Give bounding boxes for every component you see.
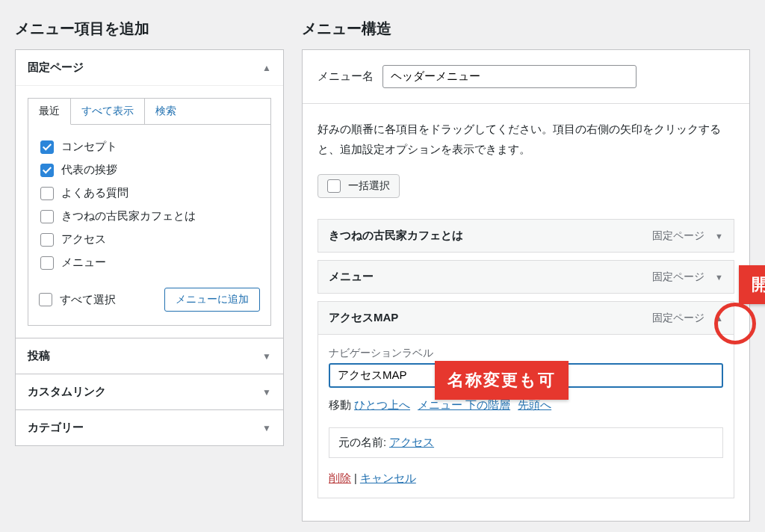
- page-label[interactable]: アクセス: [61, 232, 106, 247]
- separator: |: [354, 472, 360, 484]
- divider: [303, 103, 749, 104]
- annotation-rename-sticker: 名称変更も可: [435, 361, 569, 400]
- accordion-categories-head[interactable]: カテゴリー ▼: [16, 409, 283, 445]
- list-item: メニュー: [39, 251, 260, 274]
- chevron-up-icon: ▲: [715, 314, 723, 323]
- original-label: 元の名前:: [338, 436, 386, 448]
- page-label[interactable]: 代表の挨拶: [61, 163, 117, 177]
- page-checkbox[interactable]: [40, 256, 54, 270]
- tab-search[interactable]: 検索: [145, 99, 270, 125]
- accordion-categories-title: カテゴリー: [28, 421, 84, 435]
- page-label[interactable]: きつねの古民家カフェとは: [61, 209, 196, 223]
- accordion-posts-head[interactable]: 投稿 ▼: [16, 338, 283, 374]
- accordion-customlinks-head[interactable]: カスタムリンク ▼: [16, 374, 283, 409]
- page-label[interactable]: メニュー: [61, 256, 106, 270]
- select-all-checkbox[interactable]: [39, 293, 52, 306]
- menu-item-title: アクセスMAP: [329, 311, 398, 325]
- accordion-pages-head[interactable]: 固定ページ ▲: [16, 50, 283, 85]
- select-all-label[interactable]: すべて選択: [60, 293, 116, 307]
- pages-list: コンセプト 代表の挨拶 よくある質問 きつねの古民家カフェとは: [28, 125, 271, 326]
- menu-item-title: メニュー: [329, 270, 374, 284]
- page-checkbox[interactable]: [40, 140, 54, 154]
- nav-label-caption: ナビゲーションラベル: [329, 347, 723, 360]
- page-label[interactable]: コンセプト: [61, 140, 117, 154]
- page-checkbox[interactable]: [40, 187, 54, 200]
- delete-row: 削除 | キャンセル: [329, 471, 723, 486]
- chevron-down-icon: ▼: [715, 273, 723, 282]
- accordion-container: 固定ページ ▲ 最近 すべて表示 検索 コンセプト 代表の挨拶: [15, 49, 284, 446]
- menu-item-type: 固定ページ: [652, 229, 704, 243]
- list-item: アクセス: [39, 228, 260, 251]
- list-item: コンセプト: [39, 135, 260, 158]
- tab-recent[interactable]: 最近: [28, 99, 71, 125]
- add-to-menu-button[interactable]: メニューに追加: [164, 288, 260, 312]
- menu-item-type: 固定ページ: [652, 270, 704, 284]
- accordion-posts-title: 投稿: [28, 349, 50, 363]
- help-text: 好みの順番に各項目をドラッグしてください。項目の右側の矢印をクリックすると、追加…: [318, 119, 734, 159]
- move-label: 移動: [329, 399, 351, 411]
- menu-item[interactable]: きつねの古民家カフェとは 固定ページ ▼: [318, 219, 734, 253]
- chevron-down-icon: ▼: [262, 351, 271, 362]
- menu-structure-column: メニュー構造 メニュー名 好みの順番に各項目をドラッグしてください。項目の右側の…: [302, 0, 750, 522]
- menu-item-head[interactable]: きつねの古民家カフェとは 固定ページ ▼: [318, 220, 734, 252]
- delete-link[interactable]: 削除: [329, 472, 351, 484]
- menu-name-row: メニュー名: [318, 65, 734, 88]
- cancel-link[interactable]: キャンセル: [360, 472, 416, 484]
- bulk-select-label: 一括選択: [348, 179, 390, 193]
- menu-item-head[interactable]: メニュー 固定ページ ▼: [318, 261, 734, 293]
- annotation-open-sticker: 開く: [739, 265, 765, 304]
- chevron-down-icon: ▼: [262, 423, 271, 433]
- menu-name-label: メニュー名: [318, 69, 374, 84]
- bulk-select-checkbox[interactable]: [327, 179, 341, 193]
- page-checkbox[interactable]: [40, 164, 54, 177]
- move-top-link[interactable]: 先頭へ: [518, 399, 551, 411]
- original-link[interactable]: アクセス: [389, 436, 434, 448]
- pages-footer: すべて選択 メニューに追加: [39, 274, 260, 321]
- menu-item-body: ナビゲーションラベル 移動 ひとつ上へ メニュー 下の階層 先頭へ 元の名前: …: [318, 334, 734, 498]
- move-row: 移動 ひとつ上へ メニュー 下の階層 先頭へ: [329, 398, 723, 412]
- menu-item-type: 固定ページ: [652, 312, 704, 325]
- page-checkbox[interactable]: [40, 210, 54, 223]
- tab-all[interactable]: すべて表示: [71, 99, 145, 125]
- menu-name-input[interactable]: [382, 65, 637, 88]
- menu-item-head[interactable]: アクセスMAP 固定ページ ▲: [318, 302, 734, 334]
- accordion-pages-title: 固定ページ: [28, 61, 84, 75]
- move-under-link[interactable]: メニュー 下の階層: [418, 399, 510, 411]
- list-item: きつねの古民家カフェとは: [39, 205, 260, 228]
- page-label[interactable]: よくある質問: [61, 186, 128, 200]
- add-menu-items-column: メニュー項目を追加 固定ページ ▲ 最近 すべて表示 検索 コンセプト: [15, 0, 284, 522]
- menu-item-expanded: アクセスMAP 固定ページ ▲ ナビゲーションラベル 移動 ひとつ上へ メニュー…: [318, 301, 734, 498]
- menu-items-list: きつねの古民家カフェとは 固定ページ ▼ メニュー 固定ページ ▼: [318, 219, 734, 498]
- original-name-box: 元の名前: アクセス: [329, 427, 723, 458]
- bulk-select[interactable]: 一括選択: [318, 174, 400, 198]
- accordion-pages-body: 最近 すべて表示 検索 コンセプト 代表の挨拶 よくある質問: [16, 85, 283, 338]
- list-item: よくある質問: [39, 182, 260, 205]
- structure-box: メニュー名 好みの順番に各項目をドラッグしてください。項目の右側の矢印をクリック…: [302, 49, 750, 522]
- list-item: 代表の挨拶: [39, 158, 260, 182]
- chevron-up-icon: ▲: [262, 63, 271, 73]
- menu-item-title: きつねの古民家カフェとは: [329, 229, 463, 243]
- chevron-down-icon: ▼: [262, 387, 271, 398]
- structure-heading: メニュー構造: [302, 19, 750, 39]
- chevron-down-icon: ▼: [715, 232, 723, 241]
- add-items-heading: メニュー項目を追加: [15, 19, 284, 39]
- pages-tabs: 最近 すべて表示 検索: [28, 98, 271, 125]
- move-up-link[interactable]: ひとつ上へ: [354, 399, 410, 411]
- accordion-customlinks-title: カスタムリンク: [28, 385, 106, 399]
- menu-item[interactable]: メニュー 固定ページ ▼: [318, 260, 734, 294]
- page-checkbox[interactable]: [40, 233, 54, 247]
